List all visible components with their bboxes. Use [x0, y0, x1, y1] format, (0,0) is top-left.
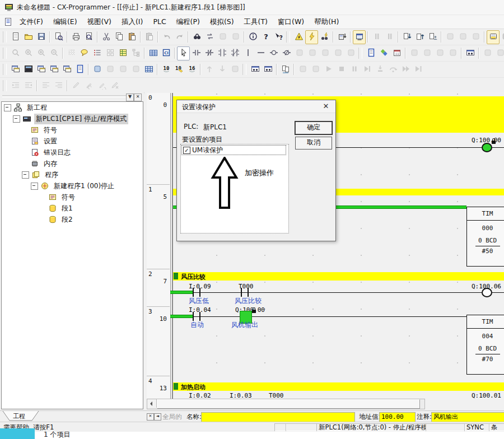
data-trace-button[interactable] [464, 46, 477, 60]
save-button[interactable] [35, 30, 48, 44]
cross-ref-window-button[interactable] [48, 63, 60, 77]
transfer-from-plc-button[interactable] [413, 30, 426, 44]
sim-run-button[interactable] [322, 63, 335, 77]
tree-item-内存[interactable]: 内存 [2, 158, 143, 169]
watch-sheet-2-button[interactable] [262, 63, 274, 77]
rung3-contact1[interactable] [199, 312, 200, 321]
new-instruction-4-button[interactable] [332, 46, 344, 60]
vertical-line-button[interactable] [241, 46, 254, 60]
sim-continuous-step-button[interactable] [399, 63, 412, 77]
tree-item-符号[interactable]: 符号 [2, 192, 143, 203]
section-list-button[interactable] [129, 63, 142, 77]
name-input[interactable] [201, 412, 355, 422]
hierarchy-button[interactable] [129, 46, 142, 60]
rung0-output-coil[interactable] [482, 143, 492, 152]
new-instruction-1-button[interactable] [293, 46, 306, 60]
scroll-left-button[interactable] [147, 399, 157, 408]
rung3-tim-instruction[interactable]: TIM 004 0 BCD #70 [466, 315, 504, 375]
close-icon[interactable]: ✕ [134, 94, 142, 101]
print-preview-button[interactable] [82, 30, 95, 44]
chevron-down-icon[interactable]: ▼ [126, 94, 134, 101]
scrollbar-thumb[interactable] [157, 399, 420, 409]
drag-handle[interactable] [2, 95, 126, 97]
menu-item[interactable]: 模拟(S) [205, 15, 239, 29]
show-hex-button[interactable]: 16 [185, 63, 198, 77]
properties-window-button[interactable] [73, 63, 86, 77]
refresh-values-button[interactable] [228, 63, 241, 77]
transfer-to-plc-button[interactable] [400, 30, 413, 44]
paste-button[interactable] [125, 30, 138, 44]
active-view-button[interactable] [365, 46, 377, 60]
tree-item-段2[interactable]: 段2 [2, 214, 143, 225]
expander-minus-icon[interactable] [22, 171, 29, 179]
rung-comment-button[interactable] [78, 46, 91, 60]
title-bar[interactable]: 未命名標題 - CX-Programmer - [[停止] - 新PLC1.新建… [0, 0, 504, 15]
dialog-title-bar[interactable]: 设置读保护 ✕ [177, 100, 335, 113]
menu-item[interactable]: 编辑(E) [48, 15, 82, 29]
watch-sheet-button[interactable] [249, 63, 262, 77]
protection-items-list[interactable]: ✓ UM读保护 加密操作 [180, 144, 289, 233]
decrease-indent-button[interactable] [9, 79, 22, 93]
section-copy-button[interactable] [104, 63, 116, 77]
about-button[interactable] [246, 30, 259, 44]
menu-item[interactable]: 窗口(W) [273, 15, 309, 29]
close-icon[interactable]: ✕ [147, 413, 154, 421]
output-window-button[interactable] [22, 63, 35, 77]
window-opt-2-button[interactable] [494, 46, 504, 60]
rung3-contact1[interactable] [193, 312, 194, 321]
cancel-button[interactable]: 取消 [295, 137, 332, 150]
context-help-button[interactable]: ? [272, 30, 285, 44]
new-or-closed-contact-button[interactable] [228, 46, 241, 60]
expander-minus-icon[interactable] [13, 115, 20, 123]
replace-button[interactable] [203, 30, 216, 44]
pause-monitoring-button[interactable] [370, 30, 383, 44]
rung-cell[interactable]: 0 0 [147, 93, 170, 185]
compare-with-plc-button[interactable] [426, 30, 439, 44]
arrow-left-icon[interactable]: ◄ [154, 413, 161, 421]
sim-stop-scan-button[interactable] [309, 63, 322, 77]
new-closed-coil-button[interactable] [280, 46, 293, 60]
window-opt-1-button[interactable] [481, 46, 494, 60]
delete-tool-button[interactable] [344, 46, 357, 60]
find-button[interactable] [190, 30, 203, 44]
edit-comment-button[interactable] [69, 79, 82, 93]
close-icon[interactable]: ✕ [321, 101, 331, 111]
tree-item-段1[interactable]: 段1 [2, 203, 143, 214]
work-online-simulator-button[interactable] [305, 30, 318, 44]
expander-minus-icon[interactable] [31, 183, 38, 190]
mode-debug-button[interactable] [500, 30, 504, 44]
rung-cell[interactable]: 4 13 [147, 376, 170, 399]
rung2-output-coil[interactable] [482, 288, 492, 297]
tree-item-设置[interactable]: 设置 [2, 136, 143, 147]
edit-cell-3-button[interactable] [433, 46, 446, 60]
work-online-button[interactable] [292, 30, 305, 44]
undo-button[interactable] [160, 30, 173, 44]
new-contact-button[interactable] [190, 46, 203, 60]
help-button[interactable]: ? [259, 30, 272, 44]
horizontal-scrollbar[interactable] [147, 399, 425, 409]
um-read-protection-row[interactable]: ✓ UM读保护 [182, 146, 286, 155]
redo-comment-button[interactable] [95, 79, 108, 93]
toolbar-grip[interactable] [286, 31, 290, 43]
online-edit-button[interactable] [335, 30, 348, 44]
sim-stop-button[interactable] [335, 63, 348, 77]
rung-cell[interactable]: 3 10 [147, 307, 170, 376]
paste-special-button[interactable] [143, 30, 156, 44]
copy-button[interactable] [113, 30, 125, 44]
edit-cell-2-button[interactable] [421, 46, 433, 60]
zoom-custom-button[interactable] [22, 46, 35, 60]
rung2-contact2[interactable] [241, 288, 242, 297]
undo-comment-button[interactable] [82, 79, 95, 93]
find-symbol-button[interactable] [216, 30, 229, 44]
auto-online-button[interactable] [353, 30, 366, 44]
tree-item-程序[interactable]: 程序 [2, 169, 143, 180]
toolbar-grip[interactable] [3, 48, 7, 59]
view-layers-button[interactable] [377, 46, 390, 60]
set-value-down-button[interactable] [216, 63, 228, 77]
workspace-toggle-button[interactable] [9, 63, 22, 77]
delete-comment-button[interactable] [108, 79, 121, 93]
menu-item[interactable]: 插入(I) [116, 15, 148, 29]
new-or-contact-button[interactable] [216, 46, 228, 60]
align-right-button[interactable] [52, 79, 65, 93]
rung2-contact2[interactable] [248, 288, 249, 297]
